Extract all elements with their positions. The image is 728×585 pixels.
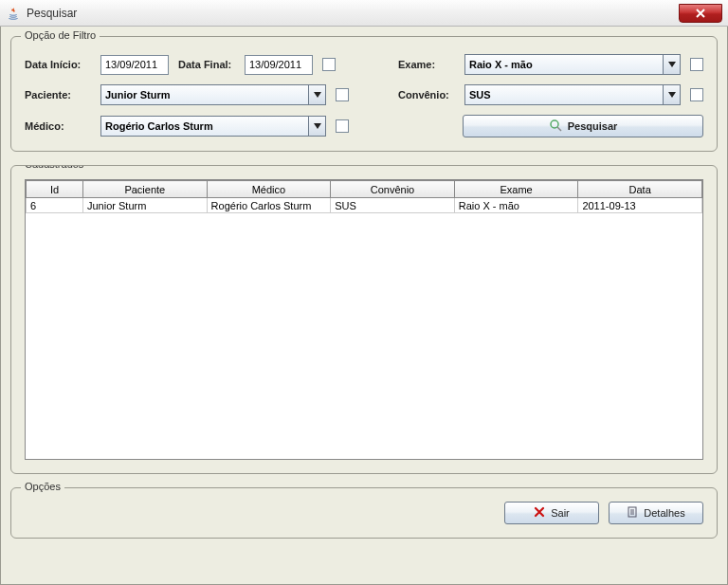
- svg-marker-1: [314, 92, 321, 98]
- cell-id: 6: [27, 198, 83, 213]
- chevron-down-icon: [663, 55, 680, 74]
- exit-button-label: Sair: [551, 507, 570, 519]
- convenio-label: Convênio:: [398, 89, 455, 101]
- data-inicio-input[interactable]: [100, 55, 169, 75]
- table-header-row: Id Paciente Médico Convênio Exame Data: [27, 181, 702, 198]
- col-paciente[interactable]: Paciente: [83, 181, 208, 198]
- magnifier-icon: [549, 119, 562, 135]
- window-body: Opção de Filtro Data Início: Data Final:…: [0, 27, 728, 585]
- search-button-label: Pesquisar: [568, 120, 618, 132]
- exit-button[interactable]: Sair: [504, 502, 599, 524]
- svg-marker-3: [314, 123, 321, 129]
- data-final-input[interactable]: [245, 55, 313, 75]
- medico-combo[interactable]: Rogério Carlos Sturm: [100, 116, 326, 137]
- exame-checkbox[interactable]: [690, 58, 703, 71]
- list-panel: Cadastrados Id Paciente Médico Convênio …: [10, 165, 718, 474]
- results-table: Id Paciente Médico Convênio Exame Data 6…: [26, 180, 702, 213]
- filter-legend: Opção de Filtro: [21, 29, 100, 41]
- exame-label: Exame:: [398, 59, 455, 70]
- cell-data: 2011-09-13: [578, 198, 702, 213]
- data-inicio-label: Data Início:: [25, 59, 91, 70]
- date-checkbox[interactable]: [322, 58, 336, 71]
- document-icon: [627, 506, 638, 521]
- exame-combo[interactable]: Raio X - mão: [464, 54, 681, 75]
- col-exame[interactable]: Exame: [454, 181, 578, 198]
- window-title: Pesquisar: [27, 7, 77, 20]
- options-legend: Opções: [21, 481, 64, 492]
- convenio-checkbox[interactable]: [690, 88, 703, 101]
- cell-paciente: Junior Sturm: [83, 198, 208, 213]
- java-icon: [6, 6, 21, 21]
- options-panel: Opções Sair Detalhes: [10, 487, 718, 539]
- medico-combo-value: Rogério Carlos Sturm: [105, 120, 213, 132]
- table-scroll[interactable]: Id Paciente Médico Convênio Exame Data 6…: [25, 179, 703, 460]
- details-button[interactable]: Detalhes: [609, 502, 703, 524]
- cell-convenio: SUS: [331, 198, 455, 213]
- medico-checkbox[interactable]: [336, 119, 349, 133]
- convenio-combo[interactable]: SUS: [464, 84, 681, 105]
- chevron-down-icon: [308, 117, 325, 136]
- svg-marker-2: [668, 92, 676, 98]
- col-convenio[interactable]: Convênio: [331, 181, 455, 198]
- search-button[interactable]: Pesquisar: [463, 115, 703, 137]
- cell-exame: Raio X - mão: [454, 198, 578, 213]
- paciente-checkbox[interactable]: [336, 88, 349, 101]
- paciente-combo[interactable]: Junior Sturm: [100, 84, 326, 105]
- chevron-down-icon: [663, 85, 680, 104]
- paciente-label: Paciente:: [25, 89, 91, 101]
- col-data[interactable]: Data: [578, 181, 702, 198]
- col-medico[interactable]: Médico: [207, 181, 331, 198]
- titlebar: Pesquisar: [0, 0, 728, 27]
- convenio-combo-value: SUS: [469, 89, 491, 101]
- table-row[interactable]: 6 Junior Sturm Rogério Carlos Sturm SUS …: [27, 198, 702, 213]
- chevron-down-icon: [308, 85, 325, 104]
- filter-panel: Opção de Filtro Data Início: Data Final:…: [10, 36, 718, 152]
- svg-marker-0: [668, 62, 676, 67]
- close-button[interactable]: [679, 4, 722, 23]
- details-button-label: Detalhes: [644, 507, 684, 519]
- cell-medico: Rogério Carlos Sturm: [207, 198, 331, 213]
- paciente-combo-value: Junior Sturm: [105, 89, 170, 101]
- list-legend: Cadastrados: [21, 165, 87, 170]
- data-final-label: Data Final:: [178, 59, 235, 70]
- medico-label: Médico:: [25, 120, 91, 132]
- exame-combo-value: Raio X - mão: [469, 59, 533, 70]
- col-id[interactable]: Id: [27, 181, 83, 198]
- svg-point-4: [551, 120, 558, 128]
- close-icon: [534, 506, 545, 521]
